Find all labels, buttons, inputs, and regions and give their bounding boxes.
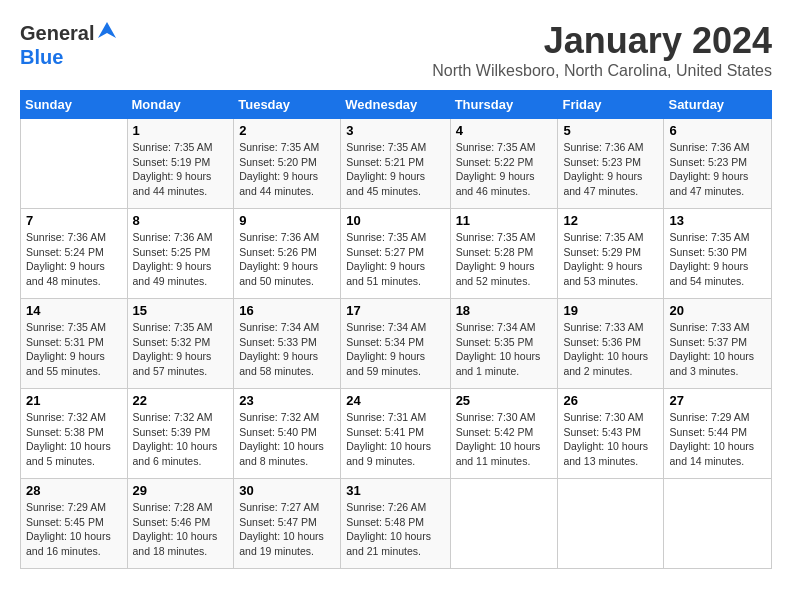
- day-info: Sunrise: 7:32 AMSunset: 5:39 PMDaylight:…: [133, 410, 229, 469]
- logo-blue: Blue: [20, 46, 63, 68]
- day-number: 1: [133, 123, 229, 138]
- calendar-cell: 18Sunrise: 7:34 AMSunset: 5:35 PMDayligh…: [450, 299, 558, 389]
- logo-bird-icon: [96, 20, 118, 46]
- day-info: Sunrise: 7:35 AMSunset: 5:22 PMDaylight:…: [456, 140, 553, 199]
- day-number: 15: [133, 303, 229, 318]
- day-number: 11: [456, 213, 553, 228]
- calendar-cell: 25Sunrise: 7:30 AMSunset: 5:42 PMDayligh…: [450, 389, 558, 479]
- calendar-cell: 16Sunrise: 7:34 AMSunset: 5:33 PMDayligh…: [234, 299, 341, 389]
- day-number: 31: [346, 483, 444, 498]
- calendar-cell: 5Sunrise: 7:36 AMSunset: 5:23 PMDaylight…: [558, 119, 664, 209]
- logo-general: General: [20, 22, 94, 45]
- day-header-wednesday: Wednesday: [341, 91, 450, 119]
- logo: General Blue: [20, 20, 118, 69]
- day-info: Sunrise: 7:26 AMSunset: 5:48 PMDaylight:…: [346, 500, 444, 559]
- calendar-cell: 9Sunrise: 7:36 AMSunset: 5:26 PMDaylight…: [234, 209, 341, 299]
- day-number: 26: [563, 393, 658, 408]
- day-number: 19: [563, 303, 658, 318]
- day-info: Sunrise: 7:29 AMSunset: 5:44 PMDaylight:…: [669, 410, 766, 469]
- day-header-sunday: Sunday: [21, 91, 128, 119]
- calendar-cell: [21, 119, 128, 209]
- day-number: 30: [239, 483, 335, 498]
- day-number: 12: [563, 213, 658, 228]
- calendar-cell: 6Sunrise: 7:36 AMSunset: 5:23 PMDaylight…: [664, 119, 772, 209]
- calendar-cell: [450, 479, 558, 569]
- calendar-cell: 15Sunrise: 7:35 AMSunset: 5:32 PMDayligh…: [127, 299, 234, 389]
- calendar-cell: 27Sunrise: 7:29 AMSunset: 5:44 PMDayligh…: [664, 389, 772, 479]
- svg-marker-0: [98, 22, 116, 38]
- calendar-cell: 13Sunrise: 7:35 AMSunset: 5:30 PMDayligh…: [664, 209, 772, 299]
- week-row-5: 28Sunrise: 7:29 AMSunset: 5:45 PMDayligh…: [21, 479, 772, 569]
- day-info: Sunrise: 7:35 AMSunset: 5:29 PMDaylight:…: [563, 230, 658, 289]
- day-info: Sunrise: 7:36 AMSunset: 5:25 PMDaylight:…: [133, 230, 229, 289]
- day-info: Sunrise: 7:36 AMSunset: 5:23 PMDaylight:…: [563, 140, 658, 199]
- calendar-cell: 17Sunrise: 7:34 AMSunset: 5:34 PMDayligh…: [341, 299, 450, 389]
- calendar-header-row: SundayMondayTuesdayWednesdayThursdayFrid…: [21, 91, 772, 119]
- calendar-cell: 26Sunrise: 7:30 AMSunset: 5:43 PMDayligh…: [558, 389, 664, 479]
- calendar-cell: 30Sunrise: 7:27 AMSunset: 5:47 PMDayligh…: [234, 479, 341, 569]
- week-row-3: 14Sunrise: 7:35 AMSunset: 5:31 PMDayligh…: [21, 299, 772, 389]
- day-number: 22: [133, 393, 229, 408]
- day-number: 16: [239, 303, 335, 318]
- day-info: Sunrise: 7:34 AMSunset: 5:34 PMDaylight:…: [346, 320, 444, 379]
- calendar-cell: 31Sunrise: 7:26 AMSunset: 5:48 PMDayligh…: [341, 479, 450, 569]
- day-number: 25: [456, 393, 553, 408]
- day-info: Sunrise: 7:33 AMSunset: 5:36 PMDaylight:…: [563, 320, 658, 379]
- day-info: Sunrise: 7:35 AMSunset: 5:19 PMDaylight:…: [133, 140, 229, 199]
- calendar-cell: 3Sunrise: 7:35 AMSunset: 5:21 PMDaylight…: [341, 119, 450, 209]
- calendar-cell: 14Sunrise: 7:35 AMSunset: 5:31 PMDayligh…: [21, 299, 128, 389]
- day-info: Sunrise: 7:29 AMSunset: 5:45 PMDaylight:…: [26, 500, 122, 559]
- day-number: 14: [26, 303, 122, 318]
- calendar-subtitle: North Wilkesboro, North Carolina, United…: [432, 62, 772, 80]
- calendar-cell: 23Sunrise: 7:32 AMSunset: 5:40 PMDayligh…: [234, 389, 341, 479]
- week-row-1: 1Sunrise: 7:35 AMSunset: 5:19 PMDaylight…: [21, 119, 772, 209]
- day-number: 3: [346, 123, 444, 138]
- day-number: 29: [133, 483, 229, 498]
- day-number: 8: [133, 213, 229, 228]
- calendar-cell: 24Sunrise: 7:31 AMSunset: 5:41 PMDayligh…: [341, 389, 450, 479]
- calendar-table: SundayMondayTuesdayWednesdayThursdayFrid…: [20, 90, 772, 569]
- day-info: Sunrise: 7:34 AMSunset: 5:35 PMDaylight:…: [456, 320, 553, 379]
- calendar-cell: 19Sunrise: 7:33 AMSunset: 5:36 PMDayligh…: [558, 299, 664, 389]
- calendar-cell: 10Sunrise: 7:35 AMSunset: 5:27 PMDayligh…: [341, 209, 450, 299]
- day-info: Sunrise: 7:30 AMSunset: 5:43 PMDaylight:…: [563, 410, 658, 469]
- day-info: Sunrise: 7:36 AMSunset: 5:26 PMDaylight:…: [239, 230, 335, 289]
- title-section: January 2024 North Wilkesboro, North Car…: [432, 20, 772, 80]
- day-number: 17: [346, 303, 444, 318]
- day-number: 18: [456, 303, 553, 318]
- day-number: 13: [669, 213, 766, 228]
- day-info: Sunrise: 7:32 AMSunset: 5:40 PMDaylight:…: [239, 410, 335, 469]
- day-number: 5: [563, 123, 658, 138]
- day-info: Sunrise: 7:35 AMSunset: 5:30 PMDaylight:…: [669, 230, 766, 289]
- day-number: 4: [456, 123, 553, 138]
- day-info: Sunrise: 7:36 AMSunset: 5:24 PMDaylight:…: [26, 230, 122, 289]
- day-info: Sunrise: 7:28 AMSunset: 5:46 PMDaylight:…: [133, 500, 229, 559]
- calendar-body: 1Sunrise: 7:35 AMSunset: 5:19 PMDaylight…: [21, 119, 772, 569]
- day-number: 27: [669, 393, 766, 408]
- day-info: Sunrise: 7:32 AMSunset: 5:38 PMDaylight:…: [26, 410, 122, 469]
- day-number: 23: [239, 393, 335, 408]
- day-header-monday: Monday: [127, 91, 234, 119]
- calendar-cell: 7Sunrise: 7:36 AMSunset: 5:24 PMDaylight…: [21, 209, 128, 299]
- calendar-cell: 11Sunrise: 7:35 AMSunset: 5:28 PMDayligh…: [450, 209, 558, 299]
- day-header-friday: Friday: [558, 91, 664, 119]
- day-info: Sunrise: 7:36 AMSunset: 5:23 PMDaylight:…: [669, 140, 766, 199]
- calendar-cell: 1Sunrise: 7:35 AMSunset: 5:19 PMDaylight…: [127, 119, 234, 209]
- calendar-cell: [664, 479, 772, 569]
- calendar-cell: 2Sunrise: 7:35 AMSunset: 5:20 PMDaylight…: [234, 119, 341, 209]
- day-header-thursday: Thursday: [450, 91, 558, 119]
- day-info: Sunrise: 7:35 AMSunset: 5:20 PMDaylight:…: [239, 140, 335, 199]
- day-info: Sunrise: 7:34 AMSunset: 5:33 PMDaylight:…: [239, 320, 335, 379]
- day-number: 20: [669, 303, 766, 318]
- day-info: Sunrise: 7:35 AMSunset: 5:31 PMDaylight:…: [26, 320, 122, 379]
- calendar-cell: 28Sunrise: 7:29 AMSunset: 5:45 PMDayligh…: [21, 479, 128, 569]
- calendar-cell: 8Sunrise: 7:36 AMSunset: 5:25 PMDaylight…: [127, 209, 234, 299]
- day-info: Sunrise: 7:33 AMSunset: 5:37 PMDaylight:…: [669, 320, 766, 379]
- week-row-2: 7Sunrise: 7:36 AMSunset: 5:24 PMDaylight…: [21, 209, 772, 299]
- day-info: Sunrise: 7:35 AMSunset: 5:32 PMDaylight:…: [133, 320, 229, 379]
- day-info: Sunrise: 7:27 AMSunset: 5:47 PMDaylight:…: [239, 500, 335, 559]
- day-number: 28: [26, 483, 122, 498]
- day-info: Sunrise: 7:35 AMSunset: 5:21 PMDaylight:…: [346, 140, 444, 199]
- calendar-cell: 12Sunrise: 7:35 AMSunset: 5:29 PMDayligh…: [558, 209, 664, 299]
- day-number: 2: [239, 123, 335, 138]
